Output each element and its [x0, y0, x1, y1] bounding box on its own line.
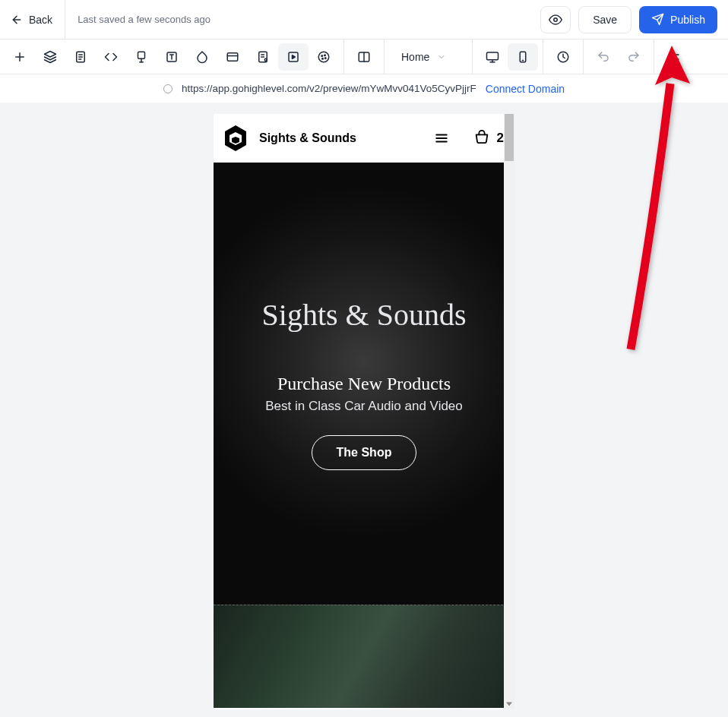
svg-rect-30: [487, 52, 499, 60]
columns-icon: [357, 50, 371, 64]
app-header: Back Last saved a few seconds ago Save P…: [0, 0, 728, 39]
form-button[interactable]: [248, 43, 278, 71]
canvas: Sights & Sounds 2 Sights & Sounds Purcha…: [0, 103, 728, 717]
clock-icon: [556, 50, 570, 64]
mobile-preview-frame: Sights & Sounds 2 Sights & Sounds Purcha…: [214, 114, 514, 709]
color-button[interactable]: [187, 43, 217, 71]
text-icon: [165, 50, 179, 64]
cart-icon: [473, 130, 490, 147]
preview-button[interactable]: [540, 6, 571, 33]
code-icon: [104, 50, 118, 64]
chevron-down-icon: [437, 52, 446, 62]
svg-rect-11: [138, 52, 145, 58]
mobile-icon: [516, 50, 530, 64]
site-name: Sights & Sounds: [259, 131, 356, 145]
content-section[interactable]: [214, 605, 514, 708]
page-button[interactable]: [65, 43, 96, 71]
svg-point-23: [318, 52, 329, 62]
cookie-button[interactable]: [309, 43, 339, 71]
undo-icon: [597, 50, 610, 64]
publish-label: Publish: [670, 14, 705, 26]
hero-subtitle: Purchase New Products: [277, 374, 451, 394]
layers-icon: [43, 50, 57, 64]
connect-domain-link[interactable]: Connect Domain: [486, 83, 565, 95]
svg-point-24: [321, 55, 323, 56]
section-button[interactable]: [126, 43, 157, 71]
columns-button[interactable]: [349, 43, 379, 71]
hero-section[interactable]: Sights & Sounds Purchase New Products Be…: [214, 163, 514, 605]
page-selector[interactable]: Home: [389, 43, 467, 71]
svg-rect-15: [227, 52, 238, 61]
history-button[interactable]: [548, 43, 578, 71]
save-button[interactable]: Save: [578, 6, 631, 33]
svg-point-27: [325, 57, 327, 58]
url-bar: https://app.gohighlevel.com/v2/preview/m…: [0, 74, 728, 103]
scrollbar-thumb[interactable]: [505, 114, 514, 161]
loading-icon: [163, 84, 173, 93]
settings-button[interactable]: [659, 43, 689, 71]
back-label: Back: [29, 14, 52, 26]
site-header: Sights & Sounds 2: [214, 114, 514, 163]
hero-cta-button[interactable]: The Shop: [312, 435, 417, 470]
mobile-view-button[interactable]: [508, 43, 538, 71]
toolbar: Home: [0, 39, 728, 74]
redo-icon: [627, 50, 641, 64]
svg-point-25: [324, 55, 326, 56]
sliders-icon: [667, 50, 681, 64]
scrollbar[interactable]: [504, 114, 514, 709]
svg-marker-6: [45, 51, 56, 57]
hamburger-menu-icon[interactable]: [434, 131, 449, 145]
cart-count: 2: [497, 131, 504, 146]
desktop-icon: [486, 50, 499, 64]
redo-button[interactable]: [619, 43, 649, 71]
divider: [65, 0, 65, 39]
svg-point-37: [672, 53, 674, 55]
plus-icon: [13, 50, 27, 64]
desktop-view-button[interactable]: [477, 43, 508, 71]
code-button[interactable]: [96, 43, 126, 71]
cart-button[interactable]: 2: [473, 130, 504, 147]
file-icon: [74, 50, 87, 64]
send-icon: [651, 13, 664, 26]
svg-point-1: [554, 17, 558, 21]
header-actions: Save Publish: [540, 6, 717, 33]
page-selected-label: Home: [401, 51, 429, 63]
scrollbar-down-button[interactable]: [504, 699, 514, 709]
svg-marker-46: [506, 703, 512, 706]
add-element-button[interactable]: [5, 43, 35, 71]
form-icon: [256, 50, 270, 64]
droplet-icon: [195, 50, 209, 64]
undo-button[interactable]: [588, 43, 619, 71]
layers-button[interactable]: [35, 43, 65, 71]
back-button[interactable]: Back: [11, 14, 52, 26]
section-icon: [135, 50, 148, 64]
saved-status: Last saved a few seconds ago: [78, 14, 210, 25]
arrow-left-icon: [11, 14, 23, 26]
preview-url: https://app.gohighlevel.com/v2/preview/m…: [182, 83, 476, 94]
media-button[interactable]: [278, 43, 309, 71]
site-logo: [223, 124, 248, 153]
layout-icon: [226, 50, 239, 64]
publish-button[interactable]: Publish: [639, 6, 717, 33]
hero-text: Best in Class Car Audio and Video: [265, 399, 463, 414]
container-button[interactable]: [217, 43, 248, 71]
svg-point-26: [322, 58, 324, 59]
svg-point-39: [675, 58, 677, 60]
play-square-icon: [286, 50, 300, 64]
svg-marker-22: [293, 55, 296, 58]
text-button[interactable]: [157, 43, 187, 71]
hero-title: Sights & Sounds: [262, 297, 467, 333]
cookie-icon: [317, 50, 331, 64]
eye-icon: [549, 13, 562, 27]
svg-point-18: [264, 58, 267, 61]
